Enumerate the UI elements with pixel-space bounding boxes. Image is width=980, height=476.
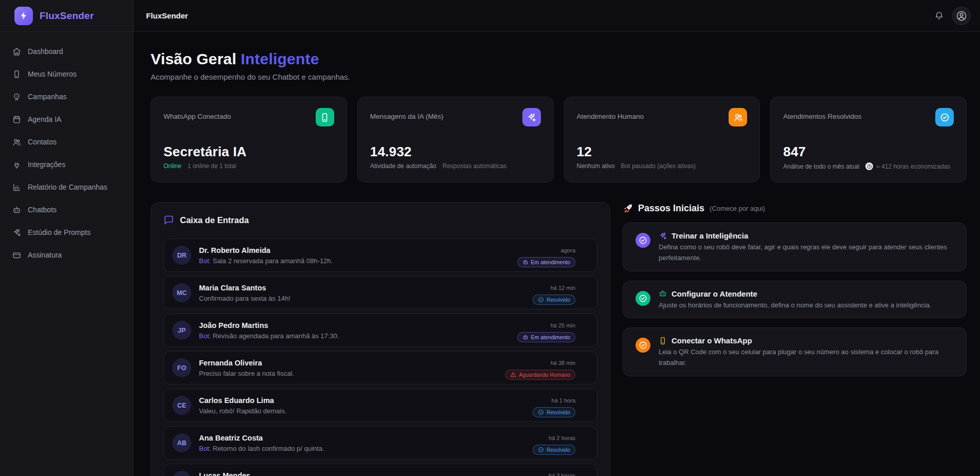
sidebar-item-label: Integrações (28, 160, 65, 169)
sparkles-icon (12, 228, 21, 237)
step-check-icon (636, 233, 650, 248)
contact-name: Carlos Eduardo Lima (199, 396, 533, 405)
inbox-row-3[interactable]: FOFernanda OliveiraPreciso falar sobre a… (164, 351, 597, 385)
sidebar-item-label: Meus Números (28, 70, 77, 78)
users-icon (729, 108, 747, 126)
avatar: JP (172, 321, 191, 340)
step-title: Conectar o WhatsApp (672, 336, 752, 345)
sidebar-item-label: Contatos (28, 138, 57, 146)
last-message: Confirmado para sexta às 14h! (199, 295, 291, 302)
sidebar-item-assinatura[interactable]: Assinatura (6, 246, 127, 264)
step-title: Treinar a Inteligência (672, 231, 748, 240)
sidebar-item-integra-es[interactable]: Integrações (6, 155, 127, 174)
inbox-title: Caixa de Entrada (180, 215, 249, 225)
stat-foot-primary: Nenhum ativo (577, 162, 615, 170)
stat-label: Mensagens da IA (Mês) (370, 108, 444, 120)
check-circle-icon (538, 297, 544, 303)
message-time: há 1 hora (552, 397, 575, 404)
bot-prefix: Bot: (199, 332, 211, 340)
alert-triangle-icon (510, 372, 516, 378)
main-content: Visão Geral Inteligente Acompanhe o dese… (134, 32, 980, 476)
plug-icon (12, 160, 21, 169)
stat-foot-primary: Análise de todo o mês atual (783, 163, 859, 170)
contact-name: Ana Beatriz Costa (199, 434, 533, 442)
inbox-card: Caixa de Entrada DRDr. Roberto AlmeidaBo… (151, 202, 610, 476)
stat-foot-secondary: Respostas automáticas (443, 162, 507, 170)
check-circle-icon (538, 409, 544, 415)
user-avatar[interactable] (952, 7, 971, 25)
message-time: há 12 min (551, 285, 575, 291)
sidebar-item-dashboard[interactable]: Dashboard (6, 42, 127, 61)
stat-label: WhatsApp Conectado (164, 108, 231, 120)
calendar-icon (12, 115, 21, 124)
step-card-1[interactable]: Configurar o AtendenteAjuste os horários… (623, 281, 967, 319)
steps-hint: (Comece por aqui) (710, 205, 765, 212)
sidebar-item-label: Relatório de Campanhas (28, 183, 107, 191)
steps-title: Passos Iniciais (638, 203, 704, 214)
users-icon (12, 138, 21, 147)
sidebar-item-campanhas[interactable]: Campanhas (6, 87, 127, 106)
avatar: MC (172, 283, 191, 302)
inbox-row-6[interactable]: LMLucas MendesConsulta remarcada com suc… (164, 464, 597, 476)
bar-chart-icon (12, 183, 21, 192)
rocket-icon (623, 204, 633, 214)
message-time: há 38 min (551, 360, 575, 366)
sparkles-icon (659, 232, 667, 240)
stat-card-1: Mensagens da IA (Mês)14.932Atividade de … (357, 97, 554, 182)
message-time: há 25 min (551, 322, 575, 328)
smartphone-icon (659, 337, 667, 345)
avatar: DR (172, 246, 191, 265)
sidebar-item-contatos[interactable]: Contatos (6, 133, 127, 151)
step-card-2[interactable]: Conectar o WhatsAppLeia o QR Code com o … (623, 327, 967, 376)
step-description: Ajuste os horários de funcionamento, def… (659, 300, 931, 311)
sidebar: FluxSender DashboardMeus NúmerosCampanha… (0, 0, 134, 476)
stat-value: 847 (783, 144, 954, 160)
step-card-0[interactable]: Treinar a InteligênciaDefina como o seu … (623, 223, 967, 271)
contact-name: Dr. Roberto Almeida (199, 246, 517, 254)
sidebar-item-chatbots[interactable]: Chatbots (6, 200, 127, 219)
contact-name: Lucas Mendes (199, 471, 533, 476)
credit-card-icon (12, 251, 21, 260)
sidebar-item-relat-rio-de-campanhas[interactable]: Relatório de Campanhas (6, 178, 127, 196)
clock-icon (865, 162, 873, 170)
bot-icon (522, 259, 529, 265)
sidebar-item-agenda-ia[interactable]: Agenda IA (6, 110, 127, 129)
inbox-row-2[interactable]: JPJoão Pedro MartinsBot: Revisão agendad… (164, 314, 597, 347)
stat-card-0: WhatsApp ConectadoSecretária IAOnline1 o… (151, 97, 347, 182)
stat-foot-secondary: ≈ 412 horas economizadas (876, 163, 950, 170)
step-check-icon (636, 291, 650, 306)
page-title-accent: Inteligente (241, 50, 319, 67)
contact-name: João Pedro Martins (199, 321, 517, 329)
sidebar-nav: DashboardMeus NúmerosCampanhasAgenda IAC… (0, 32, 133, 279)
inbox-row-5[interactable]: ABAna Beatriz CostaBot: Retorno do lash … (164, 426, 597, 460)
page-title: Visão Geral Inteligente (151, 50, 967, 68)
status-badge: Em atendimento (517, 332, 575, 342)
status-label: Resolvido (547, 297, 570, 303)
inbox-row-1[interactable]: MCMaria Clara SantosConfirmado para sext… (164, 276, 597, 309)
sparkles-icon (522, 108, 541, 126)
avatar: CE (172, 396, 191, 415)
brand-logo-icon (14, 7, 33, 25)
status-badge: Resolvido (533, 295, 575, 305)
contact-name: Fernanda Oliveira (199, 359, 505, 367)
notifications-bell-icon[interactable] (934, 11, 944, 21)
sidebar-item-meus-n-meros[interactable]: Meus Números (6, 65, 127, 83)
stat-card-2: Atendimento Humano12Nenhum ativoBot paus… (564, 97, 760, 182)
avatar: LM (172, 471, 191, 476)
topbar-title: FluxSender (146, 11, 188, 20)
stat-value: Secretária IA (164, 144, 334, 160)
smartphone-icon (12, 70, 21, 79)
chat-bubble-icon (164, 215, 174, 225)
inbox-rows: DRDr. Roberto AlmeidaBot: Sala 2 reserva… (164, 239, 597, 476)
sidebar-item-label: Assinatura (28, 251, 62, 259)
status-label: Resolvido (547, 447, 570, 453)
avatar: FO (172, 358, 191, 377)
stat-foot-primary: Online (164, 162, 182, 170)
inbox-row-4[interactable]: CECarlos Eduardo LimaValeu, robô! Rapidã… (164, 389, 597, 422)
brand-name: FluxSender (40, 10, 94, 22)
check-circle-icon (538, 447, 544, 453)
status-badge: Resolvido (533, 407, 575, 417)
inbox-row-0[interactable]: DRDr. Roberto AlmeidaBot: Sala 2 reserva… (164, 239, 597, 272)
sidebar-item-est-dio-de-prompts[interactable]: Estúdio de Prompts (6, 223, 127, 242)
sidebar-item-label: Campanhas (28, 93, 67, 101)
